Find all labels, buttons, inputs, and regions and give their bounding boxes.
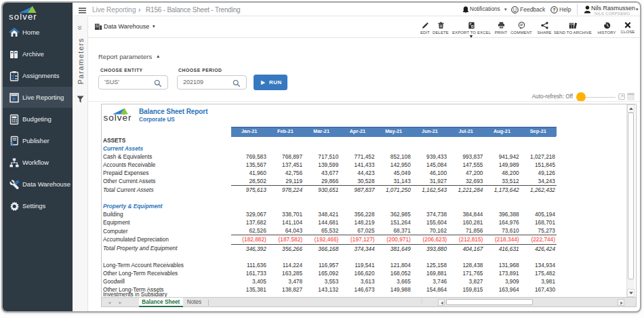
svg-text:?: ? [552, 7, 555, 12]
